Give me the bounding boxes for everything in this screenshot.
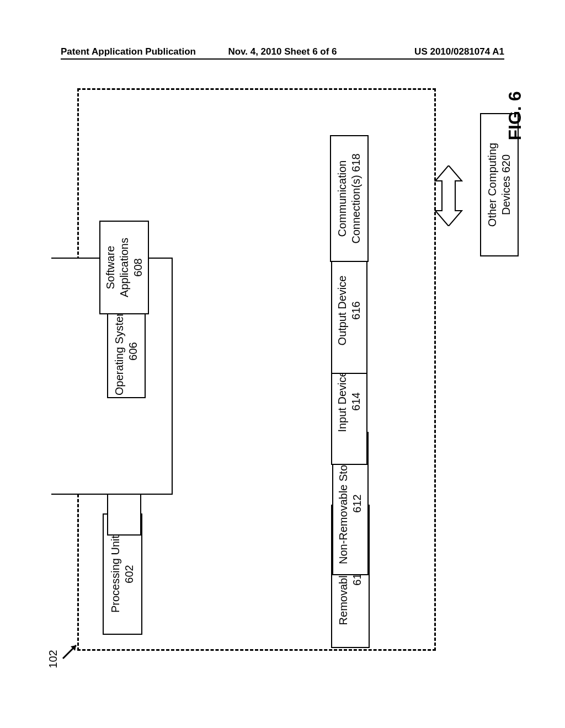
figure-label: FIG. 6 xyxy=(505,72,527,160)
block-os-num: 606 xyxy=(126,342,140,360)
block-other-sub: Devices 620 xyxy=(499,154,513,215)
block-apps-title: Software xyxy=(104,246,118,290)
reference-102-text: 102 xyxy=(47,650,59,668)
block-other-title: Other Computing xyxy=(486,143,499,227)
header-left: Patent Application Publication xyxy=(61,46,196,57)
block-processing-unit-num: 602 xyxy=(122,565,136,583)
block-output-device: Output Device 616 xyxy=(331,247,367,374)
reference-arrow-icon xyxy=(60,640,82,662)
svg-marker-2 xyxy=(435,165,462,226)
block-comm-title: Communication xyxy=(335,160,349,237)
block-processing-unit-title: Processing Unit xyxy=(109,536,122,613)
block-apps-num: 608 xyxy=(131,258,145,276)
block-operating-system: Operating System 606 xyxy=(107,304,146,398)
figure-label-text: FIG. 6 xyxy=(505,92,525,141)
block-output-num: 616 xyxy=(349,301,363,319)
double-arrow-icon xyxy=(432,165,465,226)
block-os-title: Operating System xyxy=(113,307,126,395)
header-right: US 2010/0281074 A1 xyxy=(414,46,504,57)
block-apps-sub: Applications xyxy=(118,238,131,297)
block-output-title: Output Device xyxy=(335,276,349,346)
header-center: Nov. 4, 2010 Sheet 6 of 6 xyxy=(228,46,337,57)
block-input-title: Input Device xyxy=(335,371,349,432)
figure-6: 102 Processing Unit 602 System Memory RO… xyxy=(44,88,519,695)
block-nonremovable-num: 612 xyxy=(350,494,364,512)
block-input-num: 614 xyxy=(349,392,363,410)
block-comm-sub: Connection(s) 618 xyxy=(349,153,363,243)
block-software-applications: Software Applications 608 xyxy=(99,221,149,314)
block-communication-connections: Communication Connection(s) 618 xyxy=(330,135,369,262)
page: Patent Application Publication Nov. 4, 2… xyxy=(0,0,565,728)
page-header: Patent Application Publication Nov. 4, 2… xyxy=(61,46,504,60)
